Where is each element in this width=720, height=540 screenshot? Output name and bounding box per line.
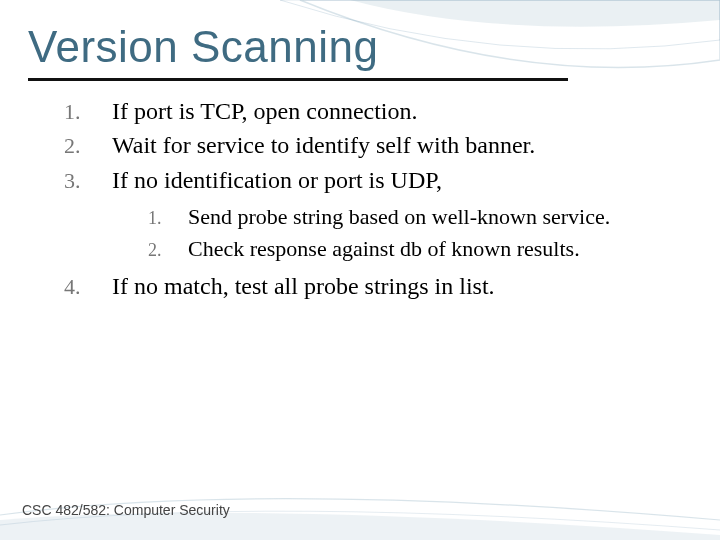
sub-list-item: 1. Send probe string based on well-known… [148, 202, 692, 232]
item-text: If port is TCP, open connection. [112, 95, 418, 127]
sub-list-item: 2. Check response against db of known re… [148, 234, 692, 264]
item-number: 1. [64, 99, 112, 125]
sub-item-number: 2. [148, 240, 188, 261]
item-text: Wait for service to identify self with b… [112, 129, 535, 161]
slide-content: Version Scanning 1. If port is TCP, open… [0, 0, 720, 302]
item-number: 4. [64, 274, 112, 300]
list-item: 3. If no identification or port is UDP, [64, 164, 692, 196]
slide-title: Version Scanning [28, 22, 692, 72]
sub-item-text: Send probe string based on well-known se… [188, 202, 610, 232]
title-underline [28, 78, 568, 81]
sub-item-text: Check response against db of known resul… [188, 234, 580, 264]
item-number: 2. [64, 133, 112, 159]
sub-item-number: 1. [148, 208, 188, 229]
item-number: 3. [64, 168, 112, 194]
item-text: If no match, test all probe strings in l… [112, 270, 495, 302]
list-item: 4. If no match, test all probe strings i… [64, 270, 692, 302]
list-item: 2. Wait for service to identify self wit… [64, 129, 692, 161]
sub-list: 1. Send probe string based on well-known… [148, 202, 692, 263]
item-text: If no identification or port is UDP, [112, 164, 442, 196]
list-item: 1. If port is TCP, open connection. [64, 95, 692, 127]
main-list: 1. If port is TCP, open connection. 2. W… [64, 95, 692, 302]
slide-footer: CSC 482/582: Computer Security [22, 502, 230, 518]
